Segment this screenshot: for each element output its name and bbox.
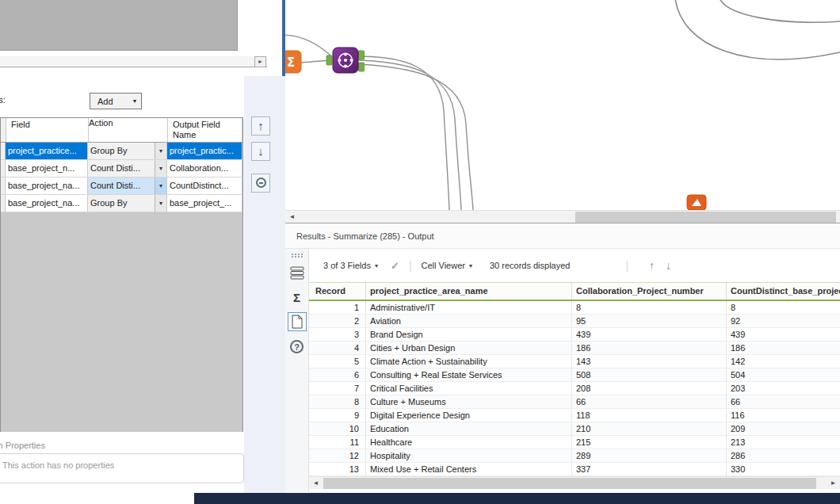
table-row[interactable]: 5Climate Action + Sustainability143142: [309, 355, 840, 368]
cell-name[interactable]: Digital Experience Design: [366, 409, 572, 422]
cell-collab[interactable]: 143: [572, 355, 727, 368]
cell-name[interactable]: Aviation: [366, 315, 572, 327]
cell-countdistinct[interactable]: 186: [727, 342, 840, 354]
scroll-left-button[interactable]: ◄: [285, 211, 299, 223]
output-anchor[interactable]: [359, 51, 365, 59]
palette-scrollbar[interactable]: [0, 56, 267, 67]
action-cell[interactable]: Count Disti... ▾: [88, 178, 167, 194]
cell-countdistinct[interactable]: 213: [727, 436, 840, 449]
field-cell[interactable]: base_project_n...: [6, 160, 88, 177]
scroll-left-button[interactable]: ◄: [309, 477, 323, 490]
field-cell[interactable]: base_project_na...: [6, 178, 88, 194]
cell-countdistinct[interactable]: 330: [727, 463, 840, 475]
field-cell[interactable]: base_project_na...: [6, 195, 88, 212]
cell-name[interactable]: Education: [366, 422, 572, 435]
cell-countdistinct[interactable]: 439: [727, 328, 840, 341]
cell-collab[interactable]: 95: [572, 315, 727, 327]
table-row[interactable]: 3Brand Design439439: [309, 328, 840, 342]
grid-row[interactable]: base_project_na... Group By ▾ base_proje…: [1, 195, 242, 212]
scroll-right-button[interactable]: ►: [827, 477, 840, 490]
cell-collab[interactable]: 215: [572, 436, 727, 449]
fields-dropdown[interactable]: 3 of 3 Fields: [323, 261, 371, 270]
cell-name[interactable]: Mixed Use + Retail Centers: [366, 463, 572, 475]
cell-record[interactable]: 3: [309, 328, 366, 341]
column-header-countdistinct[interactable]: CountDistinct_base_projec: [727, 283, 840, 300]
output-page-icon[interactable]: [288, 312, 307, 331]
cell-record[interactable]: 8: [309, 395, 366, 408]
field-cell[interactable]: project_practice...: [6, 143, 88, 159]
drag-handle-icon[interactable]: [292, 254, 303, 258]
cell-record[interactable]: 10: [309, 422, 366, 435]
column-header-practice-area[interactable]: project_practice_area_name: [366, 283, 572, 300]
table-row[interactable]: 12Hospitality289286: [309, 449, 840, 463]
output-cell[interactable]: base_project_...: [167, 195, 242, 212]
cell-record[interactable]: 9: [309, 409, 366, 422]
cell-viewer-dropdown[interactable]: Cell Viewer: [421, 261, 464, 270]
cell-collab[interactable]: 66: [572, 395, 727, 408]
cell-name[interactable]: Consulting + Real Estate Services: [366, 368, 572, 381]
metadata-sigma-icon[interactable]: Σ: [288, 288, 307, 307]
cell-countdistinct[interactable]: 209: [727, 422, 840, 435]
output-cell[interactable]: project_practic...: [167, 143, 242, 159]
column-header-collab-number[interactable]: Collaboration_Project_number: [572, 283, 727, 300]
orange-tool-icon[interactable]: [687, 195, 706, 210]
grid-row[interactable]: base_project_n... Count Disti... ▾ Colla…: [1, 160, 242, 178]
table-row[interactable]: 1Administrative/IT88: [309, 301, 840, 315]
action-cell[interactable]: Group By ▾: [88, 143, 167, 159]
cell-collab[interactable]: 8: [572, 301, 727, 314]
cell-collab[interactable]: 118: [572, 409, 727, 422]
grid-row[interactable]: base_project_na... Count Disti... ▾ Coun…: [1, 178, 242, 195]
cell-name[interactable]: Healthcare: [366, 436, 572, 449]
field-column-header[interactable]: Field: [6, 118, 89, 142]
move-down-button[interactable]: ↓: [251, 142, 270, 161]
cell-record[interactable]: 11: [309, 436, 366, 449]
chevron-down-icon[interactable]: ▾: [155, 195, 166, 212]
table-row[interactable]: 9Digital Experience Design118116: [309, 409, 840, 422]
scrollbar-thumb[interactable]: [575, 212, 836, 223]
chevron-down-icon[interactable]: ▾: [155, 143, 166, 159]
output-cell[interactable]: CountDistinct...: [167, 178, 242, 194]
cell-countdistinct[interactable]: 142: [727, 355, 840, 368]
cell-countdistinct[interactable]: 92: [727, 315, 840, 327]
cell-collab[interactable]: 186: [572, 342, 727, 354]
cell-name[interactable]: Administrative/IT: [366, 301, 572, 314]
cell-countdistinct[interactable]: 203: [727, 382, 840, 395]
cell-countdistinct[interactable]: 504: [727, 368, 840, 381]
chevron-down-icon[interactable]: ▾: [155, 160, 166, 177]
apply-check-icon[interactable]: ✓: [391, 260, 399, 272]
cell-record[interactable]: 4: [309, 342, 366, 354]
cell-collab[interactable]: 439: [572, 328, 727, 341]
connections-grid-icon[interactable]: [288, 263, 307, 282]
summarize-actions-grid[interactable]: Field Action Output Field Name project_p…: [0, 117, 243, 432]
scrollbar-thumb[interactable]: [323, 478, 816, 489]
canvas-horizontal-scrollbar[interactable]: ◄: [285, 210, 840, 223]
action-column-header[interactable]: Action: [89, 118, 168, 142]
results-table-body[interactable]: 1Administrative/IT88 2Aviation9592 3Bran…: [309, 301, 840, 476]
table-row[interactable]: 4Cities + Urban Design186186: [309, 342, 840, 355]
input-anchor[interactable]: [326, 55, 332, 65]
summarize-tool-icon[interactable]: Σ: [285, 51, 301, 73]
cell-name[interactable]: Hospitality: [366, 449, 572, 462]
cell-record[interactable]: 13: [309, 463, 366, 475]
cell-name[interactable]: Brand Design: [366, 328, 572, 341]
cell-name[interactable]: Culture + Museums: [366, 395, 572, 408]
action-dropdown[interactable]: Group By ▾: [88, 195, 166, 212]
cell-collab[interactable]: 289: [572, 449, 727, 462]
cell-record[interactable]: 12: [309, 449, 366, 462]
output-anchor[interactable]: [359, 63, 365, 71]
purple-tool-icon[interactable]: [326, 48, 365, 73]
cell-collab[interactable]: 208: [572, 382, 727, 395]
table-row[interactable]: 10Education210209: [309, 422, 840, 436]
cell-record[interactable]: 2: [309, 315, 366, 327]
column-header-record[interactable]: Record: [309, 283, 366, 300]
grid-row[interactable]: project_practice... Group By ▾ project_p…: [1, 143, 242, 160]
table-row[interactable]: 8Culture + Museums6666: [309, 395, 840, 409]
results-title-bar[interactable]: Results - Summarize (285) - Output: [285, 223, 840, 249]
cell-name[interactable]: Climate Action + Sustainability: [366, 355, 572, 368]
action-dropdown[interactable]: Count Disti... ▾: [88, 178, 166, 194]
table-row[interactable]: 6Consulting + Real Estate Services508504: [309, 368, 840, 382]
cell-countdistinct[interactable]: 286: [727, 449, 840, 462]
chevron-down-icon[interactable]: ▾: [155, 178, 166, 194]
scroll-up-button[interactable]: ↑: [649, 259, 655, 272]
cell-name[interactable]: Cities + Urban Design: [366, 342, 572, 354]
